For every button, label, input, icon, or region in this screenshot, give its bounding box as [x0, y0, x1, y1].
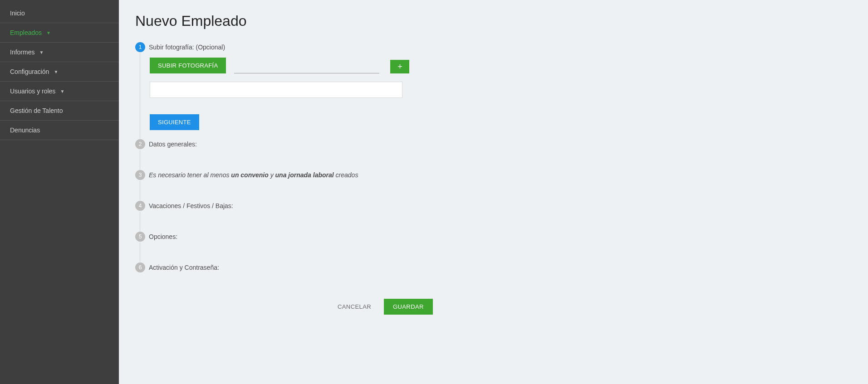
step-2[interactable]: 2 Datos generales: [135, 139, 852, 164]
step-1: 1 Subir fotografía: (Opcional) SUBIR FOT… [135, 42, 852, 133]
step-circle: 4 [135, 201, 145, 211]
step-title: Vacaciones / Festivos / Bajas: [149, 202, 233, 209]
photo-description-input[interactable] [150, 82, 402, 98]
sidebar-item-denuncias[interactable]: Denuncias [0, 121, 119, 140]
sidebar-item-empleados[interactable]: Empleados ▼ [0, 23, 119, 43]
step-circle: 5 [135, 232, 145, 242]
add-photo-button[interactable]: + [390, 60, 409, 73]
sidebar-item-gestion-talento[interactable]: Gestión de Talento [0, 101, 119, 121]
sidebar-item-usuarios-roles[interactable]: Usuarios y roles ▼ [0, 82, 119, 101]
step-connector [140, 53, 140, 139]
sidebar: Inicio Empleados ▼ Informes ▼ Configurac… [0, 0, 119, 384]
sidebar-item-label: Inicio [10, 10, 25, 17]
step-6[interactable]: 6 Activación y Contraseña: [135, 262, 852, 272]
step-title: Opciones: [149, 233, 177, 240]
sidebar-item-inicio[interactable]: Inicio [0, 4, 119, 23]
caret-down-icon: ▼ [60, 89, 64, 94]
step-connector [140, 212, 140, 232]
step-circle: 6 [135, 262, 145, 272]
sidebar-item-label: Empleados [10, 29, 42, 36]
step-connector [140, 243, 140, 262]
next-button[interactable]: SIGUIENTE [150, 114, 199, 130]
step-circle: 1 [135, 42, 145, 52]
sidebar-item-label: Usuarios y roles [10, 87, 55, 95]
step-4[interactable]: 4 Vacaciones / Festivos / Bajas: [135, 201, 852, 225]
sidebar-item-label: Denuncias [10, 126, 40, 134]
page-title: Nuevo Empleado [135, 13, 852, 29]
caret-down-icon: ▼ [54, 69, 58, 74]
sidebar-item-informes[interactable]: Informes ▼ [0, 43, 119, 62]
step-3[interactable]: 3 Es necesario tener al menos un conveni… [135, 170, 852, 194]
footer-actions: CANCELAR GUARDAR [338, 299, 852, 315]
step-circle: 2 [135, 139, 145, 149]
cancel-button[interactable]: CANCELAR [338, 303, 371, 310]
caret-down-icon: ▼ [39, 50, 44, 55]
sidebar-item-label: Configuración [10, 68, 49, 75]
sidebar-item-label: Gestión de Talento [10, 107, 63, 114]
step-title: Es necesario tener al menos un convenio … [149, 171, 358, 179]
upload-photo-button[interactable]: SUBIR FOTOGRAFÍA [150, 58, 226, 73]
step-connector [140, 181, 140, 201]
sidebar-item-configuracion[interactable]: Configuración ▼ [0, 62, 119, 82]
step-connector [140, 150, 140, 170]
step-circle: 3 [135, 170, 145, 180]
caret-down-icon: ▼ [46, 30, 51, 35]
plus-icon: + [397, 63, 402, 71]
step-5[interactable]: 5 Opciones: [135, 232, 852, 256]
sidebar-item-label: Informes [10, 49, 34, 56]
step-title: Activación y Contraseña: [149, 264, 219, 271]
photo-path-field[interactable] [234, 61, 379, 73]
stepper: 1 Subir fotografía: (Opcional) SUBIR FOT… [135, 42, 852, 272]
step-title: Datos generales: [149, 141, 197, 148]
main-content: Nuevo Empleado 1 Subir fotografía: (Opci… [119, 0, 868, 384]
step-title: Subir fotografía: (Opcional) [149, 44, 225, 51]
save-button[interactable]: GUARDAR [384, 299, 433, 315]
